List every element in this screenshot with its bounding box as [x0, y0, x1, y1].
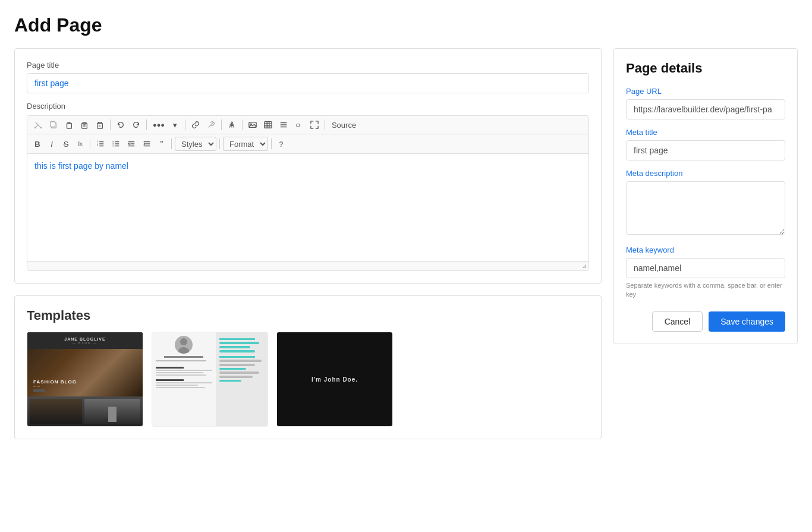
toolbar-special-char-btn[interactable]: Ω	[292, 118, 306, 131]
toolbar-anchor-btn[interactable]	[225, 118, 239, 131]
editor-toolbar-top: W ●●● ▾	[27, 116, 588, 134]
svg-point-0	[34, 127, 36, 129]
page-url-label: Page URL	[626, 87, 785, 96]
toolbar-link-btn[interactable]	[188, 118, 203, 131]
toolbar-table-btn[interactable]	[261, 118, 275, 131]
svg-text:W: W	[98, 125, 101, 128]
svg-rect-3	[51, 122, 55, 127]
rich-text-editor: W ●●● ▾	[27, 115, 589, 271]
svg-point-33	[112, 141, 114, 143]
toolbar-separator-8	[171, 138, 172, 149]
svg-point-1	[40, 127, 42, 129]
toolbar-image-btn[interactable]	[246, 118, 260, 131]
toolbar-styles-dropdown[interactable]: Styles	[175, 137, 216, 151]
toolbar-separator-3	[185, 119, 185, 130]
toolbar-separator-7	[90, 138, 90, 149]
toolbar-paste-btn[interactable]	[62, 118, 76, 131]
toolbar-paste-text-btn[interactable]	[77, 118, 92, 131]
toolbar-source-btn[interactable]: Source	[328, 119, 360, 131]
toolbar-unlink-btn[interactable]	[204, 118, 218, 131]
template-resume[interactable]	[152, 332, 268, 427]
meta-keyword-label: Meta keyword	[626, 245, 785, 254]
svg-point-35	[112, 146, 114, 147]
toolbar-maximize-btn[interactable]	[307, 118, 322, 131]
toolbar-italic-btn[interactable]: I	[45, 137, 58, 150]
page-title: Add Page	[14, 14, 798, 36]
toolbar-align-btn[interactable]	[276, 118, 291, 131]
editor-content-area[interactable]: this is first page by namel	[27, 154, 588, 261]
svg-point-34	[112, 143, 114, 144]
svg-text:3: 3	[97, 144, 98, 147]
page-url-input[interactable]	[626, 99, 785, 119]
toolbar-subscript-btn[interactable]: Ix	[74, 137, 87, 150]
toolbar-format-dropdown[interactable]: Format	[223, 137, 268, 151]
meta-description-textarea[interactable]	[626, 181, 785, 235]
description-label: Description	[27, 102, 589, 111]
templates-grid: JANE BLOGLIVE — BLOG — FASHION BLOG ——	[27, 332, 589, 427]
save-changes-button[interactable]: Save changes	[709, 311, 785, 332]
page-details-title: Page details	[626, 61, 785, 76]
toolbar-help-btn[interactable]: ?	[275, 137, 288, 150]
editor-text: this is first page by namel	[34, 161, 128, 171]
svg-point-11	[231, 122, 233, 124]
meta-keyword-input[interactable]	[626, 258, 785, 278]
meta-title-input[interactable]	[626, 140, 785, 160]
cancel-button[interactable]: Cancel	[652, 311, 703, 332]
action-buttons: Cancel Save changes	[626, 311, 785, 332]
editor-footer: ⊿	[27, 261, 588, 270]
page-form-card: Page title Description	[14, 48, 602, 284]
toolbar-ordered-list-btn[interactable]: 123	[93, 137, 108, 150]
toolbar-separator-1	[110, 119, 111, 130]
toolbar-copy-btn[interactable]	[46, 118, 61, 131]
meta-keyword-hint: Separate keywords with a comma, space ba…	[626, 281, 785, 300]
meta-title-label: Meta title	[626, 128, 785, 137]
resize-handle[interactable]: ⊿	[582, 263, 587, 269]
toolbar-find-btn[interactable]: ●●●	[150, 118, 168, 131]
toolbar-find-dropdown-btn[interactable]: ▾	[169, 118, 182, 131]
page-title-input[interactable]	[27, 73, 589, 93]
editor-toolbar-bottom: B I S Ix 123	[27, 134, 588, 154]
toolbar-indent-increase-btn[interactable]	[140, 137, 154, 150]
templates-section: Templates JANE BLOGLIVE — BLOG — FASHION…	[14, 295, 602, 439]
template-dark-portfolio[interactable]: I'm John Doe.	[276, 332, 393, 427]
toolbar-separator-6	[325, 119, 325, 130]
toolbar-indent-decrease-btn[interactable]	[124, 137, 139, 150]
toolbar-bold-btn[interactable]: B	[31, 137, 44, 150]
svg-rect-15	[265, 122, 272, 128]
right-panel: Page details Page URL Meta title Meta de…	[613, 48, 798, 344]
template-fashion-blog[interactable]: JANE BLOGLIVE — BLOG — FASHION BLOG ——	[27, 332, 143, 427]
svg-rect-4	[67, 123, 72, 128]
svg-rect-13	[249, 122, 256, 128]
toolbar-separator-2	[146, 119, 147, 130]
meta-description-label: Meta description	[626, 169, 785, 178]
toolbar-blockquote-btn[interactable]: "	[155, 137, 168, 150]
toolbar-cut-btn[interactable]	[31, 118, 45, 131]
page-title-label: Page title	[27, 61, 589, 70]
svg-text:Ω: Ω	[296, 122, 300, 128]
svg-point-43	[178, 347, 189, 354]
svg-point-42	[180, 338, 187, 345]
toolbar-unordered-list-btn[interactable]	[109, 137, 123, 150]
toolbar-paste-word-btn[interactable]: W	[93, 118, 107, 131]
left-panel: Page title Description	[14, 48, 602, 451]
toolbar-separator-5	[242, 119, 243, 130]
toolbar-undo-btn[interactable]	[114, 118, 128, 131]
svg-line-10	[209, 122, 214, 128]
toolbar-separator-9	[219, 138, 220, 149]
toolbar-separator-4	[221, 119, 222, 130]
toolbar-redo-btn[interactable]	[129, 118, 143, 131]
toolbar-separator-10	[271, 138, 272, 149]
templates-title: Templates	[27, 308, 589, 323]
toolbar-strikethrough-btn[interactable]: S	[59, 137, 73, 150]
